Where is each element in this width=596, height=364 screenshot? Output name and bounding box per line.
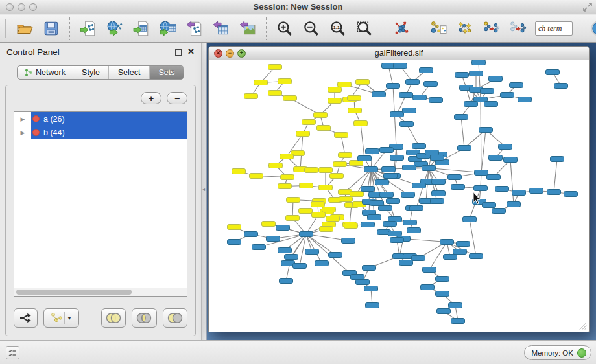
graph-node[interactable]	[339, 153, 352, 158]
graph-edge[interactable]	[341, 135, 345, 155]
add-set-button[interactable]: +	[141, 92, 161, 104]
new-network-from-selection-button[interactable]	[427, 17, 449, 40]
graph-node[interactable]	[407, 228, 421, 233]
graph-edge[interactable]	[361, 124, 364, 159]
tab-style[interactable]: Style	[73, 66, 109, 79]
zoom-fit-button[interactable]: 1:1	[327, 17, 349, 40]
graph-node[interactable]	[501, 93, 514, 98]
graph-node[interactable]	[388, 231, 402, 236]
graph-node[interactable]	[319, 185, 333, 190]
graph-node[interactable]	[436, 277, 449, 282]
graph-node[interactable]	[280, 154, 294, 159]
graph-node[interactable]	[451, 185, 465, 190]
graph-node[interactable]	[475, 170, 488, 176]
graph-node[interactable]	[489, 76, 503, 82]
graph-node[interactable]	[278, 184, 292, 189]
graph-node[interactable]	[551, 157, 564, 162]
graph-node[interactable]	[455, 115, 468, 120]
graph-node[interactable]	[425, 150, 439, 155]
network-canvas[interactable]	[209, 60, 589, 332]
graph-node[interactable]	[342, 238, 355, 244]
graph-node[interactable]	[431, 155, 444, 161]
graph-node[interactable]	[300, 232, 313, 237]
graph-node[interactable]	[406, 80, 420, 85]
graph-node[interactable]	[244, 232, 258, 237]
fullscreen-icon[interactable]	[583, 3, 592, 12]
graph-node[interactable]	[481, 89, 494, 94]
graph-node[interactable]	[436, 291, 449, 297]
graph-node[interactable]	[507, 202, 521, 207]
graph-node[interactable]	[431, 199, 444, 204]
graph-node[interactable]	[335, 133, 348, 138]
graph-node[interactable]	[424, 82, 438, 87]
graph-node[interactable]	[379, 206, 392, 211]
graph-node[interactable]	[280, 279, 293, 284]
graph-node[interactable]	[268, 91, 282, 96]
expander-icon[interactable]: ▶	[14, 126, 31, 139]
new-network-selected-nodes-selected-edges-button[interactable]	[507, 17, 529, 40]
import-network-url-button[interactable]	[104, 17, 126, 40]
open-session-button[interactable]	[14, 17, 36, 40]
graph-node[interactable]	[499, 144, 512, 150]
task-history-button[interactable]	[6, 346, 19, 359]
close-panel-icon[interactable]: ✕	[187, 47, 195, 56]
zoom-in-button[interactable]	[274, 17, 296, 40]
graph-node[interactable]	[366, 149, 379, 154]
apply-layout-button[interactable]	[390, 17, 412, 40]
graph-node[interactable]	[429, 98, 443, 103]
resize-grip-icon[interactable]	[580, 323, 586, 330]
graph-node[interactable]	[432, 191, 446, 196]
graph-node[interactable]	[472, 60, 486, 65]
set-row-a[interactable]: ▶ a (26)	[14, 112, 187, 126]
graph-node[interactable]	[317, 126, 331, 131]
graph-node[interactable]	[326, 216, 340, 222]
split-set-button[interactable]	[14, 308, 38, 328]
graph-node[interactable]	[470, 71, 483, 76]
graph-node[interactable]	[329, 253, 342, 258]
graph-edge[interactable]	[407, 124, 419, 146]
graph-node[interactable]	[420, 68, 433, 73]
create-set-dropdown-button[interactable]: ▼	[43, 308, 80, 328]
graph-node[interactable]	[489, 155, 503, 161]
graph-node[interactable]	[412, 183, 426, 188]
graph-edge[interactable]	[479, 63, 481, 100]
graph-node[interactable]	[312, 212, 326, 218]
graph-node[interactable]	[403, 165, 416, 170]
graph-node[interactable]	[403, 220, 417, 225]
graph-node[interactable]	[510, 83, 523, 88]
graph-edge[interactable]	[481, 100, 481, 173]
new-network-selected-nodes-all-edges-button[interactable]	[481, 17, 503, 40]
graph-node[interactable]	[495, 187, 509, 192]
graph-node[interactable]	[348, 108, 362, 113]
panel-splitter[interactable]: ◂	[201, 43, 207, 340]
graph-node[interactable]	[368, 215, 381, 220]
graph-node[interactable]	[403, 108, 416, 113]
graph-node[interactable]	[512, 190, 526, 196]
graph-node[interactable]	[361, 187, 375, 192]
graph-node[interactable]	[276, 225, 290, 231]
save-session-button[interactable]	[40, 17, 62, 40]
graph-node[interactable]	[530, 188, 543, 194]
graph-node[interactable]	[463, 217, 477, 222]
zoom-out-button[interactable]	[300, 17, 322, 40]
graph-node[interactable]	[413, 95, 427, 100]
graph-node[interactable]	[228, 225, 241, 230]
graph-node[interactable]	[269, 163, 283, 168]
graph-node[interactable]	[315, 261, 329, 266]
graph-node[interactable]	[328, 87, 342, 93]
graph-edge[interactable]	[470, 220, 476, 256]
difference-sets-button[interactable]	[163, 308, 187, 328]
graph-node[interactable]	[372, 92, 386, 97]
graph-node[interactable]	[458, 146, 471, 151]
graph-node[interactable]	[483, 203, 496, 208]
graph-node[interactable]	[387, 84, 400, 89]
graph-node[interactable]	[364, 167, 378, 172]
expander-icon[interactable]: ▶	[14, 112, 31, 126]
graph-node[interactable]	[268, 65, 282, 70]
graph-node[interactable]	[380, 148, 394, 153]
graph-node[interactable]	[437, 309, 451, 314]
graph-node[interactable]	[267, 236, 280, 242]
union-sets-button[interactable]	[101, 308, 126, 328]
graph-node[interactable]	[364, 286, 378, 291]
graph-node[interactable]	[401, 192, 415, 198]
